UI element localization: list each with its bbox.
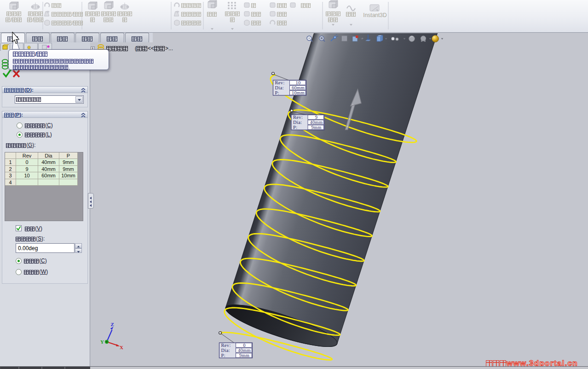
svg-text:9: 9	[315, 115, 318, 120]
svg-text:9mm: 9mm	[311, 125, 322, 130]
svg-text:Rev:: Rev:	[221, 343, 231, 348]
svg-text:0: 0	[243, 343, 246, 348]
svg-text:P:: P:	[275, 90, 279, 95]
svg-text:Dia:: Dia:	[221, 348, 230, 353]
svg-text:40mm: 40mm	[238, 348, 251, 353]
svg-text:Rev:: Rev:	[275, 80, 285, 85]
svg-text:P:: P:	[293, 125, 297, 130]
svg-text:Dia:: Dia:	[275, 85, 284, 90]
svg-text:40mm: 40mm	[310, 120, 323, 125]
svg-text:9mm: 9mm	[239, 353, 250, 358]
svg-text:X: X	[120, 345, 123, 350]
svg-text:10mm: 10mm	[292, 90, 305, 95]
svg-text:Rev:: Rev:	[293, 115, 303, 120]
svg-text:P:: P:	[221, 353, 225, 358]
svg-text:10: 10	[295, 80, 300, 85]
svg-text:Y: Y	[100, 339, 104, 345]
svg-text:Z: Z	[111, 322, 114, 327]
svg-text:60mm: 60mm	[292, 85, 305, 90]
svg-text:Dia:: Dia:	[293, 120, 302, 125]
